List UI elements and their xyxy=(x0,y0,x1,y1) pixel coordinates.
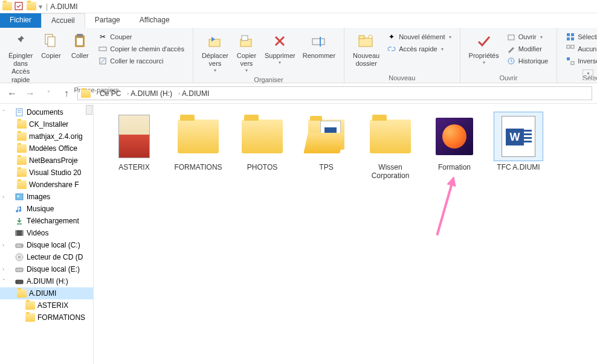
folder-thumb xyxy=(174,112,222,161)
item-formation[interactable]: Formation xyxy=(422,112,486,180)
folder-icon xyxy=(17,180,27,190)
pin-quick-access-button[interactable]: Épingler dans Accès rapide xyxy=(5,30,36,85)
paste-shortcut-button[interactable]: Coller le raccourci xyxy=(97,56,186,66)
window-title: A.DIUMI xyxy=(50,2,77,11)
tree-netbeans[interactable]: NetBeansProje xyxy=(0,155,93,167)
ribbon-group-organize: Déplacer vers▾ Copier vers▾ Supprimer▾ R… xyxy=(193,28,344,83)
folder-icon xyxy=(17,168,27,177)
tab-home[interactable]: Accueil xyxy=(41,13,85,28)
tree-mathjax[interactable]: mathjax_2.4.orig xyxy=(0,130,93,142)
cut-button[interactable]: ✂Couper xyxy=(97,31,186,42)
item-formations[interactable]: FORMATIONS xyxy=(166,112,230,180)
new-folder-button[interactable]: Nouveau dossier xyxy=(349,30,383,69)
ribbon-tabs: Fichier Accueil Partage Affichage xyxy=(0,13,597,28)
images-icon xyxy=(15,192,24,202)
titlebar: ▾ | A.DIUMI xyxy=(0,0,597,13)
svg-rect-11 xyxy=(312,39,324,45)
copy-icon xyxy=(41,31,60,51)
copy-to-button[interactable]: Copier vers▾ xyxy=(232,30,261,75)
link-icon xyxy=(387,44,396,54)
edit-button[interactable]: Modifier xyxy=(505,43,550,54)
tree-images[interactable]: ›Images xyxy=(0,191,93,203)
file-list[interactable]: ASTERIX FORMATIONS PHOTOS TPS Wissen Cor… xyxy=(94,104,597,364)
edit-icon xyxy=(506,44,516,54)
copyto-icon xyxy=(237,31,256,51)
document-icon xyxy=(15,107,24,117)
ribbon: Épingler dans Accès rapide Copier Coller… xyxy=(0,28,597,83)
tree-wonder[interactable]: Wondershare F xyxy=(0,179,93,191)
music-icon xyxy=(15,204,24,214)
tree-downloads[interactable]: Téléchargement xyxy=(0,215,93,227)
svg-rect-24 xyxy=(567,57,570,60)
delete-button[interactable]: Supprimer▾ xyxy=(261,30,299,67)
scissors-icon: ✂ xyxy=(98,32,108,42)
folder-icon xyxy=(2,2,12,11)
copy-button[interactable]: Copier xyxy=(36,30,65,61)
tree-formations[interactable]: FORMATIONS xyxy=(0,311,93,324)
open-button[interactable]: Ouvrir▾ xyxy=(505,31,550,42)
tree-documents[interactable]: ˅Documents xyxy=(0,106,93,118)
tree-driveh[interactable]: ˅A.DIUMI (H:) xyxy=(0,275,93,287)
group-label-clipboard: Presse-papiers xyxy=(5,85,188,95)
tree-diske[interactable]: ›Disque local (E:) xyxy=(0,263,93,275)
tree-adiumi[interactable]: A.DIUMI xyxy=(0,287,93,299)
move-to-button[interactable]: Déplacer vers▾ xyxy=(198,30,232,75)
item-asterix[interactable]: ASTERIX xyxy=(102,112,166,180)
firefox-thumb xyxy=(430,112,479,161)
tab-share[interactable]: Partage xyxy=(85,13,130,28)
item-tfc[interactable]: W TFC A.DIUMI xyxy=(486,112,550,180)
save-icon[interactable] xyxy=(15,2,24,11)
tree-videos[interactable]: Vidéos xyxy=(0,227,93,239)
group-label-organize: Organiser xyxy=(198,75,339,85)
invert-icon xyxy=(566,56,575,66)
copy-path-button[interactable]: Copier le chemin d'accès xyxy=(97,43,186,54)
ribbon-group-new: Nouveau dossier ✦Nouvel élément▾ Accès r… xyxy=(344,28,460,83)
svg-rect-29 xyxy=(16,194,23,200)
tab-file[interactable]: Fichier xyxy=(0,13,41,28)
tree-modeles[interactable]: Modèles Office xyxy=(0,142,93,155)
invert-selection-button[interactable]: Inverser la sélection xyxy=(564,56,597,66)
group-label-new: Nouveau xyxy=(349,73,454,83)
paste-button[interactable]: Coller xyxy=(65,30,94,61)
open-icon xyxy=(506,32,516,42)
nav-tree[interactable]: ˅Documents CK_Installer mathjax_2.4.orig… xyxy=(0,104,94,364)
svg-rect-25 xyxy=(571,62,574,65)
select-all-icon xyxy=(566,32,575,42)
quick-access-button[interactable]: Accès rapide▾ xyxy=(386,43,452,54)
svg-rect-2 xyxy=(48,37,55,46)
drive-icon xyxy=(15,240,24,250)
svg-rect-39 xyxy=(16,280,23,284)
item-tps[interactable]: TPS xyxy=(294,112,358,180)
folder-icon xyxy=(81,89,91,98)
tree-ck[interactable]: CK_Installer xyxy=(0,118,93,130)
chevron-down-icon[interactable]: ▾ xyxy=(39,2,42,11)
folder-icon xyxy=(27,2,36,11)
properties-button[interactable]: Propriétés▾ xyxy=(465,30,503,67)
folder-icon xyxy=(17,289,27,298)
folder-icon xyxy=(17,144,27,153)
tab-view[interactable]: Affichage xyxy=(130,13,179,28)
tree-asterix[interactable]: ASTERIX xyxy=(0,299,93,311)
item-wissen[interactable]: Wissen Corporation xyxy=(358,112,422,180)
svg-rect-22 xyxy=(567,45,570,48)
history-button[interactable]: Historique xyxy=(505,56,550,66)
rename-button[interactable]: Renommer xyxy=(299,30,339,61)
ribbon-group-clipboard: Épingler dans Accès rapide Copier Coller… xyxy=(0,28,193,83)
pin-icon xyxy=(11,31,30,51)
tree-music[interactable]: Musique xyxy=(0,203,93,215)
word-thumb: W xyxy=(494,112,543,161)
ribbon-collapse-button[interactable]: ˄ xyxy=(582,69,593,80)
select-all-button[interactable]: Sélectionner tout xyxy=(564,31,597,42)
folder-thumb xyxy=(366,112,415,161)
new-item-button[interactable]: ✦Nouvel élément▾ xyxy=(386,31,452,42)
paste-icon xyxy=(70,31,89,51)
tree-cd[interactable]: Lecteur de CD (D xyxy=(0,251,93,263)
item-photos[interactable]: PHOTOS xyxy=(230,112,294,180)
tree-vs[interactable]: Visual Studio 20 xyxy=(0,167,93,179)
cd-icon xyxy=(15,252,24,262)
folder-thumb xyxy=(110,112,158,161)
history-icon xyxy=(506,56,516,66)
folder-icon xyxy=(17,120,27,129)
select-none-button[interactable]: Aucun xyxy=(564,43,597,54)
tree-diskc[interactable]: ›Disque local (C:) xyxy=(0,239,93,251)
